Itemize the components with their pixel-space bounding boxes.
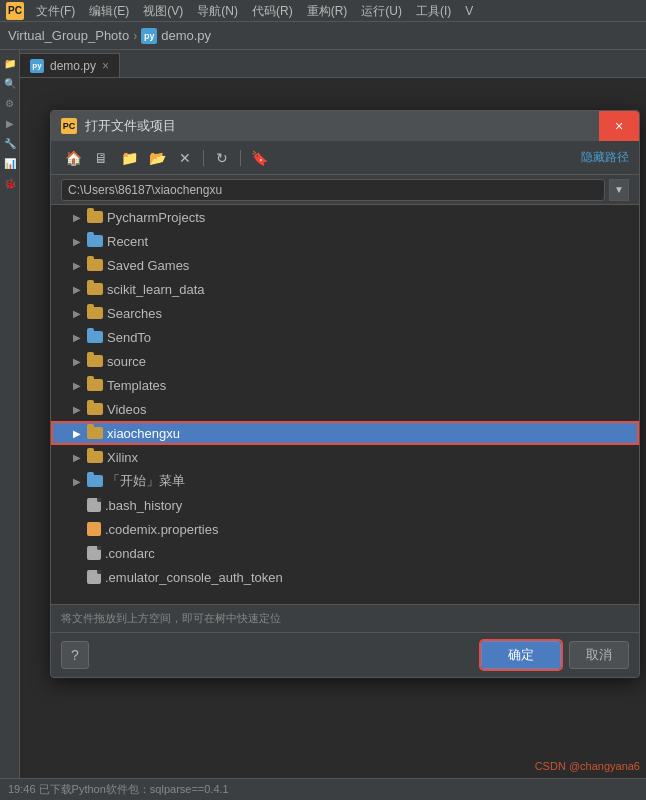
tree-label: .codemix.properties — [105, 522, 218, 537]
tree-arrow: ▶ — [71, 355, 83, 367]
hide-path-button[interactable]: 隐藏路径 — [581, 149, 629, 166]
path-input[interactable] — [61, 179, 605, 201]
menu-file[interactable]: 文件(F) — [30, 0, 81, 22]
menu-edit[interactable]: 编辑(E) — [83, 0, 135, 22]
chart-file-icon — [87, 522, 101, 536]
tree-item-pycharmprojects[interactable]: ▶ PycharmProjects — [51, 205, 639, 229]
menu-more[interactable]: V — [459, 0, 479, 22]
tree-label: source — [107, 354, 146, 369]
tree-item-recent[interactable]: ▶ Recent — [51, 229, 639, 253]
tree-item-scikit[interactable]: ▶ scikit_learn_data — [51, 277, 639, 301]
tree-arrow: ▶ — [71, 451, 83, 463]
menu-view[interactable]: 视图(V) — [137, 0, 189, 22]
menu-tools[interactable]: 工具(I) — [410, 0, 457, 22]
tree-item-templates[interactable]: ▶ Templates — [51, 373, 639, 397]
folder-icon — [87, 211, 103, 223]
dialog-toolbar: 🏠 🖥 📁 📂 ✕ ↻ 🔖 隐藏路径 — [51, 141, 639, 175]
sidebar-icon-4[interactable]: ▶ — [1, 114, 19, 132]
hint-text: 将文件拖放到上方空间，即可在树中快速定位 — [61, 611, 281, 626]
breadcrumb-separator: › — [133, 29, 137, 43]
path-bar: ▼ — [51, 175, 639, 205]
tree-item-xilinx[interactable]: ▶ Xilinx — [51, 445, 639, 469]
sidebar-project-icon[interactable]: 📁 — [1, 54, 19, 72]
breadcrumb-file: py demo.py — [141, 28, 211, 44]
tab-bar: py demo.py × — [20, 50, 646, 78]
toolbar-refresh-button[interactable]: ↻ — [210, 146, 234, 170]
editor-area: py demo.py × PC 打开文件或项目 × 🏠 🖥 � — [20, 50, 646, 800]
tree-arrow: ▶ — [71, 379, 83, 391]
menu-refactor[interactable]: 重构(R) — [301, 0, 354, 22]
cancel-button[interactable]: 取消 — [569, 641, 629, 669]
sidebar-icon-2[interactable]: 🔍 — [1, 74, 19, 92]
tree-item-emulator[interactable]: ▶ .emulator_console_auth_token — [51, 565, 639, 589]
tree-label: .bash_history — [105, 498, 182, 513]
tree-item-source[interactable]: ▶ source — [51, 349, 639, 373]
dialog-footer: ? 确定 取消 — [51, 633, 639, 677]
tree-item-start-menu[interactable]: ▶ 「开始」菜单 — [51, 469, 639, 493]
toolbar-new-folder-button[interactable]: 📂 — [145, 146, 169, 170]
status-text: 19:46 已下载Python软件包：sqlparse==0.4.1 — [8, 782, 229, 797]
folder-icon — [87, 283, 103, 295]
tree-item-saved-games[interactable]: ▶ Saved Games — [51, 253, 639, 277]
toolbar-divider-2 — [240, 150, 241, 166]
dialog-hint-bar: 将文件拖放到上方空间，即可在树中快速定位 — [51, 605, 639, 633]
toolbar-desktop-button[interactable]: 🖥 — [89, 146, 113, 170]
file-tree[interactable]: ▶ PycharmProjects ▶ Recent ▶ Saved Games — [51, 205, 639, 605]
tree-item-bash-history[interactable]: ▶ .bash_history — [51, 493, 639, 517]
folder-icon — [87, 355, 103, 367]
path-dropdown-button[interactable]: ▼ — [609, 179, 629, 201]
tree-label: Videos — [107, 402, 147, 417]
tree-item-videos[interactable]: ▶ Videos — [51, 397, 639, 421]
sidebar-icon-7[interactable]: 🐞 — [1, 174, 19, 192]
dialog-close-button[interactable]: × — [599, 111, 639, 141]
special-folder-icon — [87, 235, 103, 247]
folder-icon — [87, 259, 103, 271]
tree-label-templates: Templates — [107, 378, 166, 393]
tree-label: .emulator_console_auth_token — [105, 570, 283, 585]
help-button[interactable]: ? — [61, 641, 89, 669]
tree-label-xiaochengxu: xiaochengxu — [107, 426, 180, 441]
tree-arrow: ▶ — [71, 331, 83, 343]
tree-label: Searches — [107, 306, 162, 321]
sidebar-icon-3[interactable]: ⚙ — [1, 94, 19, 112]
tree-label: Saved Games — [107, 258, 189, 273]
tree-label: 「开始」菜单 — [107, 472, 185, 490]
menu-run[interactable]: 运行(U) — [355, 0, 408, 22]
toolbar-divider — [203, 150, 204, 166]
tree-arrow: ▶ — [71, 259, 83, 271]
sidebar-icon-6[interactable]: 📊 — [1, 154, 19, 172]
folder-icon — [87, 427, 103, 439]
toolbar-bookmark-button[interactable]: 🔖 — [247, 146, 271, 170]
toolbar-delete-button[interactable]: ✕ — [173, 146, 197, 170]
ok-button[interactable]: 确定 — [481, 641, 561, 669]
tab-demo-py[interactable]: py demo.py × — [20, 53, 120, 77]
toolbar-home-button[interactable]: 🏠 — [61, 146, 85, 170]
tree-item-condarc[interactable]: ▶ .condarc — [51, 541, 639, 565]
tree-label: .condarc — [105, 546, 155, 561]
tree-item-xiaochengxu[interactable]: ▶ xiaochengxu — [51, 421, 639, 445]
file-icon — [87, 570, 101, 584]
menu-navigate[interactable]: 导航(N) — [191, 0, 244, 22]
tree-item-searches[interactable]: ▶ Searches — [51, 301, 639, 325]
dialog-title: 打开文件或项目 — [85, 117, 629, 135]
tree-label: Xilinx — [107, 450, 138, 465]
breadcrumb-project: Virtual_Group_Photo — [8, 28, 129, 43]
tree-item-sendto[interactable]: ▶ SendTo — [51, 325, 639, 349]
tab-label: demo.py — [50, 59, 96, 73]
open-file-dialog: PC 打开文件或项目 × 🏠 🖥 📁 📂 ✕ ↻ 🔖 隐藏路径 — [50, 110, 640, 678]
tree-arrow: ▶ — [71, 475, 83, 487]
toolbar-folder-button[interactable]: 📁 — [117, 146, 141, 170]
tree-arrow: ▶ — [71, 307, 83, 319]
file-icon — [87, 546, 101, 560]
tree-label: SendTo — [107, 330, 151, 345]
sidebar-icon-5[interactable]: 🔧 — [1, 134, 19, 152]
app-logo: PC — [6, 2, 24, 20]
file-icon — [87, 498, 101, 512]
folder-icon — [87, 307, 103, 319]
tree-label: scikit_learn_data — [107, 282, 205, 297]
tree-arrow: ▶ — [71, 211, 83, 223]
menu-code[interactable]: 代码(R) — [246, 0, 299, 22]
tree-label: Recent — [107, 234, 148, 249]
tree-item-codemix[interactable]: ▶ .codemix.properties — [51, 517, 639, 541]
tab-close-icon[interactable]: × — [102, 59, 109, 73]
